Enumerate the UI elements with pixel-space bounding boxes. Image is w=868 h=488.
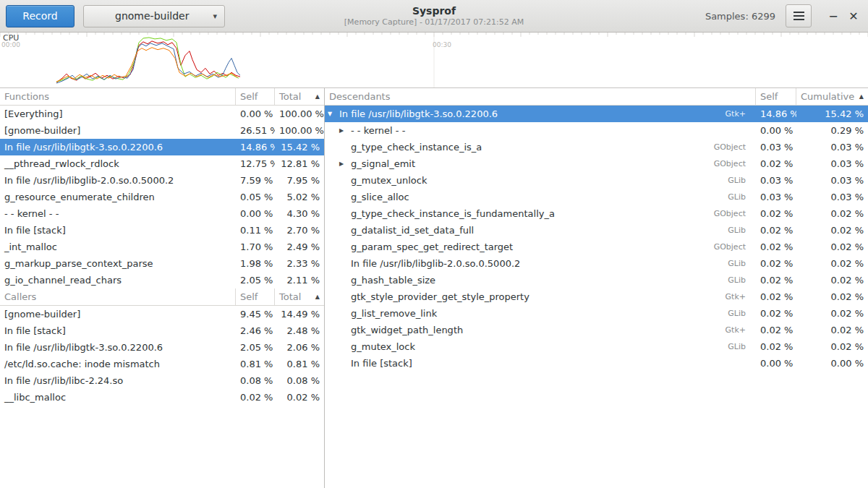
descendants-row[interactable]: ▶g_signal_emitGObject0.02 %0.03 % (325, 155, 868, 172)
functions-row[interactable]: __pthread_rwlock_rdlock12.75 %12.81 % (0, 155, 324, 172)
descendants-row[interactable]: g_type_check_instance_is_aGObject0.03 %0… (325, 139, 868, 155)
row-descendant-name: In file /usr/lib/libgtk-3.so.0.2200.6 (339, 108, 498, 119)
row-self-percent: 9.45 % (236, 309, 275, 320)
titlebar: Record gnome-builder ▾ Sysprof [Memory C… (0, 0, 868, 33)
row-descendant-name-cell: g_list_remove_linkGLib (325, 308, 756, 319)
expander-open-icon[interactable]: ▼ (328, 106, 339, 122)
row-function-name: In file [stack] (0, 225, 236, 236)
row-descendant-name-cell: gtk_widget_path_lengthGtk+ (325, 325, 756, 335)
functions-row[interactable]: In file /usr/lib/libgtk-3.so.0.2200.614.… (0, 139, 324, 155)
row-self-percent: 26.51 % (236, 125, 275, 136)
functions-row[interactable]: [gnome-builder]26.51 %100.00 % (0, 122, 324, 139)
cpu-series-cpu-core-4 (56, 48, 237, 82)
row-cumulative-percent: 0.29 % (796, 125, 868, 136)
column-header-total[interactable]: Total ▲ (275, 288, 324, 305)
row-self-percent: 0.02 % (756, 341, 796, 352)
row-total-percent: 2.70 % (275, 225, 324, 236)
row-total-percent: 100.00 % (275, 125, 324, 136)
callers-row[interactable]: /etc/ld.so.cache: inode mismatch0.81 %0.… (0, 356, 324, 372)
column-header-functions[interactable]: Functions (0, 88, 236, 105)
functions-row[interactable]: g_markup_parse_context_parse1.98 %2.33 % (0, 255, 324, 272)
row-library-badge: GObject (714, 209, 752, 218)
functions-row[interactable]: - - kernel - -0.00 %4.30 % (0, 205, 324, 222)
row-self-percent: 0.02 % (756, 258, 796, 269)
row-total-percent: 2.11 % (275, 275, 324, 286)
samples-count: Samples: 6299 (705, 11, 775, 22)
functions-row[interactable]: In file /usr/lib/libglib-2.0.so.0.5000.2… (0, 172, 324, 189)
row-total-percent: 0.02 % (275, 392, 324, 403)
row-total-percent: 2.48 % (275, 325, 324, 336)
row-function-name: [Everything] (0, 108, 236, 119)
row-total-percent: 7.95 % (275, 175, 324, 186)
minimize-button[interactable]: − (823, 6, 843, 26)
row-self-percent: 12.75 % (236, 158, 275, 169)
row-self-percent: 2.46 % (236, 325, 275, 336)
expander-closed-icon[interactable]: ▶ (339, 155, 351, 172)
column-header-self[interactable]: Self (236, 288, 275, 305)
target-selector-dropdown[interactable]: gnome-builder ▾ (83, 5, 225, 27)
row-self-percent: 0.02 % (756, 308, 796, 319)
descendants-row[interactable]: g_slice_allocGLib0.03 %0.03 % (325, 189, 868, 205)
descendants-row[interactable]: ▼In file /usr/lib/libgtk-3.so.0.2200.6Gt… (325, 106, 868, 122)
descendants-row[interactable]: g_list_remove_linkGLib0.02 %0.02 % (325, 305, 868, 322)
descendants-row[interactable]: In file /usr/lib/libglib-2.0.so.0.5000.2… (325, 255, 868, 272)
cpu-timeline[interactable]: CPU 00:0000:30 (0, 33, 868, 88)
row-function-name: g_resource_enumerate_children (0, 192, 236, 202)
row-cumulative-percent: 0.02 % (796, 241, 868, 252)
column-header-total[interactable]: Total ▲ (275, 88, 324, 105)
row-self-percent: 0.02 % (756, 325, 796, 335)
row-cumulative-percent: 0.02 % (796, 258, 868, 269)
menu-button[interactable] (786, 4, 812, 27)
time-tick-label: 00:00 (1, 41, 20, 48)
functions-row[interactable]: g_resource_enumerate_children0.05 %5.02 … (0, 189, 324, 205)
column-header-descendants[interactable]: Descendants (325, 88, 756, 105)
callers-row[interactable]: In file /usr/lib/libc-2.24.so0.08 %0.08 … (0, 372, 324, 389)
descendants-row[interactable]: g_datalist_id_set_data_fullGLib0.02 %0.0… (325, 222, 868, 239)
functions-row[interactable]: _int_malloc1.70 %2.49 % (0, 239, 324, 255)
descendants-row[interactable]: g_hash_table_sizeGLib0.02 %0.02 % (325, 272, 868, 288)
expander-closed-icon[interactable]: ▶ (339, 122, 351, 139)
functions-table: [Everything]0.00 %100.00 %[gnome-builder… (0, 106, 324, 288)
descendants-row[interactable]: g_param_spec_get_redirect_targetGObject0… (325, 239, 868, 255)
callers-row[interactable]: In file /usr/lib/libgtk-3.so.0.2200.62.0… (0, 339, 324, 356)
row-function-name: __pthread_rwlock_rdlock (0, 158, 236, 169)
column-header-self[interactable]: Self (236, 88, 275, 105)
descendants-row[interactable]: In file [stack]0.00 %0.00 % (325, 355, 868, 372)
window-controls: − ✕ (823, 6, 864, 26)
functions-row[interactable]: In file [stack]0.11 %2.70 % (0, 222, 324, 239)
functions-row[interactable]: [Everything]0.00 %100.00 % (0, 106, 324, 122)
time-tick-label: 00:30 (433, 41, 451, 48)
row-function-name: __libc_malloc (0, 392, 236, 403)
column-header-callers[interactable]: Callers (0, 288, 236, 305)
row-library-badge: GLib (728, 309, 752, 318)
descendants-row[interactable]: g_mutex_lockGLib0.02 %0.02 % (325, 338, 868, 355)
row-total-percent: 15.42 % (275, 142, 324, 153)
row-self-percent: 14.86 % (236, 142, 275, 153)
sort-indicator-icon: ▲ (312, 294, 320, 300)
column-header-self[interactable]: Self (756, 88, 796, 105)
row-self-percent: 0.00 % (236, 208, 275, 219)
callers-row[interactable]: In file [stack]2.46 %2.48 % (0, 322, 324, 339)
row-function-name: In file /usr/lib/libglib-2.0.so.0.5000.2 (0, 175, 236, 186)
row-self-percent: 7.59 % (236, 175, 275, 186)
row-function-name: /etc/ld.so.cache: inode mismatch (0, 359, 236, 369)
row-descendant-name: In file [stack] (351, 358, 412, 369)
functions-row[interactable]: g_io_channel_read_chars2.05 %2.11 % (0, 272, 324, 288)
column-header-total-label: Total (279, 291, 301, 302)
row-cumulative-percent: 0.02 % (796, 275, 868, 286)
callers-row[interactable]: __libc_malloc0.02 %0.02 % (0, 389, 324, 406)
descendants-row[interactable]: g_mutex_unlockGLib0.03 %0.03 % (325, 172, 868, 189)
descendants-row[interactable]: gtk_style_provider_get_style_propertyGtk… (325, 288, 868, 305)
record-button[interactable]: Record (6, 5, 75, 27)
column-header-cumulative[interactable]: Cumulative ▲ (796, 88, 868, 105)
descendants-row[interactable]: g_type_check_instance_is_fundamentally_a… (325, 205, 868, 222)
close-button[interactable]: ✕ (843, 6, 864, 26)
row-library-badge: Gtk+ (726, 325, 752, 335)
descendants-row[interactable]: ▶- - kernel - -0.00 %0.29 % (325, 122, 868, 139)
sort-indicator-icon: ▲ (312, 93, 320, 100)
descendants-row[interactable]: gtk_widget_path_lengthGtk+0.02 %0.02 % (325, 322, 868, 338)
row-descendant-name: g_list_remove_link (351, 308, 437, 319)
row-library-badge: Gtk+ (726, 109, 752, 119)
callers-row[interactable]: [gnome-builder]9.45 %14.49 % (0, 306, 324, 322)
row-total-percent: 12.81 % (275, 158, 324, 169)
